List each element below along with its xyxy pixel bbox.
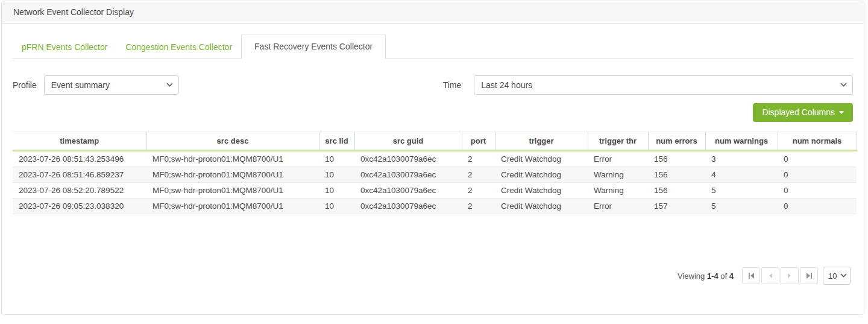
table-cell: 0 <box>778 151 857 167</box>
table-cell: MF0;sw-hdr-proton01:MQM8700/U1 <box>146 183 319 199</box>
column-header-trigger-thr[interactable]: trigger thr <box>588 132 648 151</box>
table-cell: Error <box>588 199 648 214</box>
table-cell: 2 <box>462 167 495 183</box>
column-header-num-errors[interactable]: num errors <box>648 132 705 151</box>
table-cell: 5 <box>705 183 778 199</box>
table-cell: 0xc42a1030079a6ec <box>354 151 462 167</box>
tab-bar: pFRN Events CollectorCongestion Events C… <box>13 33 853 59</box>
panel-title: Network Event Collector Display <box>13 7 134 17</box>
column-header-num-normals[interactable]: num normals <box>778 132 857 151</box>
viewing-text: Viewing 1-4 of 4 <box>678 272 734 281</box>
profile-select[interactable]: Event summary <box>44 75 179 95</box>
table-cell: 0 <box>778 199 857 214</box>
table-header-row: timestampsrc descsrc lidsrc guidporttrig… <box>13 132 857 151</box>
last-page-icon <box>805 272 813 279</box>
panel-header: Network Event Collector Display <box>2 1 864 24</box>
profile-select-wrap: Event summary <box>44 75 179 95</box>
viewing-of-label: of <box>720 272 727 281</box>
table-cell: 3 <box>705 151 778 167</box>
prev-page-icon <box>767 273 773 279</box>
time-select[interactable]: Last 24 hours <box>474 75 853 95</box>
next-page-button[interactable] <box>781 267 799 284</box>
table-cell: 156 <box>648 183 705 199</box>
table-cell: 2 <box>462 199 495 214</box>
events-table: timestampsrc descsrc lidsrc guidporttrig… <box>13 132 857 214</box>
table-row[interactable]: 2023-07-26 08:51:43.253496MF0;sw-hdr-pro… <box>13 151 857 167</box>
panel-body: pFRN Events CollectorCongestion Events C… <box>2 24 864 285</box>
table-cell: 0xc42a1030079a6ec <box>354 199 462 214</box>
next-page-icon <box>787 273 793 279</box>
viewing-prefix: Viewing <box>678 272 705 281</box>
time-select-wrap: Last 24 hours <box>474 75 853 95</box>
table-cell: 2023-07-26 08:51:46.859237 <box>13 167 146 183</box>
column-header-port[interactable]: port <box>462 132 495 151</box>
column-header-trigger[interactable]: trigger <box>495 132 588 151</box>
tab-congestion-events-collector[interactable]: Congestion Events Collector <box>116 35 241 59</box>
table-cell: 0xc42a1030079a6ec <box>354 183 462 199</box>
table-cell: 4 <box>705 167 778 183</box>
table-cell: Credit Watchdog <box>495 151 588 167</box>
table-cell: MF0;sw-hdr-proton01:MQM8700/U1 <box>146 199 319 214</box>
table-cell: Credit Watchdog <box>495 167 588 183</box>
table-row[interactable]: 2023-07-26 08:52:20.789522MF0;sw-hdr-pro… <box>13 183 857 199</box>
column-header-src-lid[interactable]: src lid <box>319 132 354 151</box>
table-cell: 0 <box>778 167 857 183</box>
table-cell: 156 <box>648 151 705 167</box>
filter-row: Profile Event summary Time Last 24 hours <box>13 75 853 95</box>
viewing-total: 4 <box>729 272 734 281</box>
time-label: Time <box>443 80 462 90</box>
first-page-icon <box>747 272 755 279</box>
table-cell: 2023-07-26 08:52:20.789522 <box>13 183 146 199</box>
last-page-button[interactable] <box>800 267 818 284</box>
displayed-columns-label: Displayed Columns <box>762 107 835 117</box>
table-row[interactable]: 2023-07-26 09:05:23.038320MF0;sw-hdr-pro… <box>13 199 857 214</box>
time-group: Time Last 24 hours <box>443 75 853 95</box>
table-cell: 0 <box>778 183 857 199</box>
table-cell: 2 <box>462 183 495 199</box>
pagination: Viewing 1-4 of 4 <box>13 267 853 285</box>
caret-down-icon <box>839 111 844 114</box>
table-cell: 157 <box>648 199 705 214</box>
table-cell: Credit Watchdog <box>495 183 588 199</box>
table-cell: 2023-07-26 08:51:43.253496 <box>13 151 146 167</box>
table-cell: 10 <box>319 199 354 214</box>
table-cell: 2023-07-26 09:05:23.038320 <box>13 199 146 214</box>
column-header-src-desc[interactable]: src desc <box>146 132 319 151</box>
profile-label: Profile <box>13 80 37 90</box>
tab-pfrn-events-collector[interactable]: pFRN Events Collector <box>13 35 116 59</box>
tab-fast-recovery-events-collector[interactable]: Fast Recovery Events Collector <box>241 34 386 59</box>
table-cell: 10 <box>319 183 354 199</box>
toolbar: Displayed Columns <box>13 103 853 122</box>
first-page-button[interactable] <box>742 267 760 284</box>
table-cell: Warning <box>588 183 648 199</box>
column-header-src-guid[interactable]: src guid <box>354 132 462 151</box>
table-cell: Credit Watchdog <box>495 199 588 214</box>
pagesize-select-wrap: 10 <box>823 267 851 285</box>
table-cell: 10 <box>319 167 354 183</box>
table-cell: 5 <box>705 199 778 214</box>
viewing-range: 1-4 <box>707 272 719 281</box>
table-cell: 0xc42a1030079a6ec <box>354 167 462 183</box>
table-cell: Error <box>588 151 648 167</box>
column-header-num-warnings[interactable]: num warnings <box>705 132 778 151</box>
table-body: 2023-07-26 08:51:43.253496MF0;sw-hdr-pro… <box>13 151 857 214</box>
displayed-columns-button[interactable]: Displayed Columns <box>753 103 853 122</box>
table-cell: MF0;sw-hdr-proton01:MQM8700/U1 <box>146 167 319 183</box>
prev-page-button[interactable] <box>761 267 779 284</box>
table-row[interactable]: 2023-07-26 08:51:46.859237MF0;sw-hdr-pro… <box>13 167 857 183</box>
table-cell: 10 <box>319 151 354 167</box>
table-cell: Warning <box>588 167 648 183</box>
table-cell: 156 <box>648 167 705 183</box>
table-cell: 2 <box>462 151 495 167</box>
table-cell: MF0;sw-hdr-proton01:MQM8700/U1 <box>146 151 319 167</box>
pager <box>742 267 818 284</box>
panel: Network Event Collector Display pFRN Eve… <box>1 1 864 315</box>
column-header-timestamp[interactable]: timestamp <box>13 132 146 151</box>
page-size-select[interactable]: 10 <box>823 267 851 285</box>
